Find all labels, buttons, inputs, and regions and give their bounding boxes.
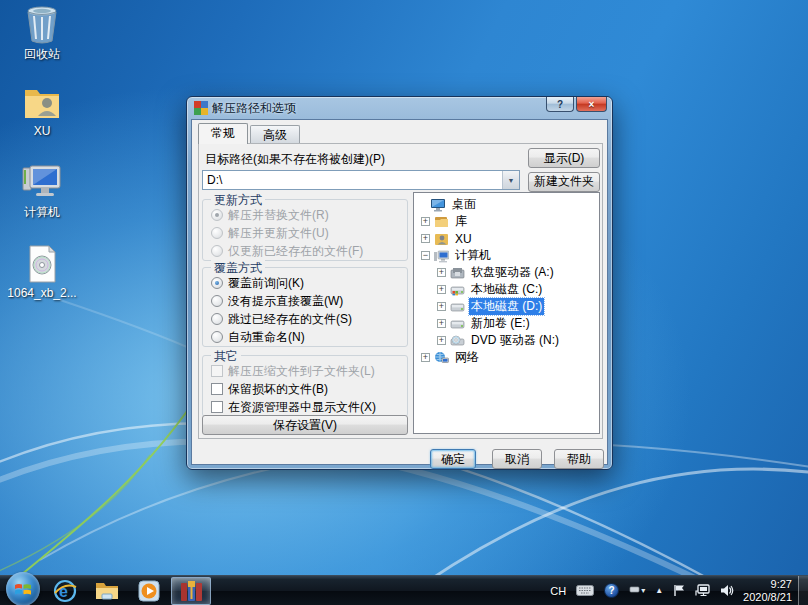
- desktop-icon-disc-file[interactable]: 1064_xb_2...: [6, 244, 78, 300]
- radio-icon: [211, 227, 223, 239]
- expand-icon[interactable]: +: [421, 234, 430, 243]
- action-center-flag-icon[interactable]: [673, 584, 685, 597]
- tab-general[interactable]: 常规: [198, 123, 248, 144]
- cancel-button[interactable]: 取消: [492, 449, 542, 469]
- taskbar-explorer-button[interactable]: [87, 577, 127, 605]
- window-close-button[interactable]: ×: [576, 97, 607, 112]
- desktop-icon-label: 回收站: [6, 46, 78, 63]
- start-button[interactable]: [6, 572, 40, 605]
- floppy-drive-icon: [450, 266, 465, 280]
- window-help-button[interactable]: ?: [546, 97, 574, 112]
- media-player-icon: [136, 579, 162, 603]
- update-mode-group: 更新方式 解压并替换文件(R) 解压并更新文件(U) 仅更新已经存在的文件(F): [202, 199, 408, 261]
- tree-item-volume-e[interactable]: + 新加卷 (E:): [414, 315, 599, 332]
- help-button[interactable]: 帮助: [554, 449, 604, 469]
- destination-folder-tree[interactable]: 桌面 + 库 + XU − 计算机: [413, 192, 600, 434]
- other-group: 其它 解压压缩文件到子文件夹(L) 保留损坏的文件(B) 在资源管理器中显示文件…: [202, 355, 408, 417]
- computer-icon: [21, 162, 63, 202]
- tray-app-icon[interactable]: ▾: [629, 586, 645, 595]
- general-tab-page: 目标路径(如果不存在将被创建)(P) 显示(D) D:\ ▼ 新建文件夹(E) …: [198, 143, 603, 439]
- combo-dropdown-arrow-icon[interactable]: ▼: [502, 171, 519, 189]
- desktop-icon-computer[interactable]: 计算机: [6, 162, 78, 221]
- desktop-icon-label: 1064_xb_2...: [6, 286, 78, 300]
- expand-icon[interactable]: −: [421, 251, 430, 260]
- desktop-icon: [431, 198, 446, 212]
- show-hidden-icons-button[interactable]: ▲: [655, 586, 663, 595]
- libraries-icon: [434, 215, 449, 229]
- tray-date: 2020/8/21: [743, 591, 792, 604]
- expand-icon[interactable]: +: [437, 336, 446, 345]
- overwrite-mode-group: 覆盖方式 覆盖前询问(K) 没有提示直接覆盖(W) 跳过已经存在的文件(S): [202, 267, 408, 347]
- language-indicator[interactable]: CH: [550, 585, 566, 597]
- tree-item-floppy-a[interactable]: + 软盘驱动器 (A:): [414, 264, 599, 281]
- taskbar-media-player-button[interactable]: [129, 577, 169, 605]
- dialog-titlebar[interactable]: 解压路径和选项 ? ×: [187, 97, 612, 119]
- radio-icon: [211, 277, 223, 289]
- radio-icon: [211, 331, 223, 343]
- tree-item-xu[interactable]: + XU: [414, 230, 599, 247]
- desktop-icon-label: XU: [6, 124, 78, 138]
- tree-item-desktop[interactable]: 桌面: [414, 196, 599, 213]
- expand-icon[interactable]: +: [437, 319, 446, 328]
- new-folder-button[interactable]: 新建文件夹(E): [528, 172, 600, 192]
- local-drive-icon: [450, 317, 465, 331]
- network-icon[interactable]: [695, 584, 710, 597]
- radio-fresh-only[interactable]: 仅更新已经存在的文件(F): [211, 243, 363, 259]
- radio-icon: [211, 245, 223, 257]
- radio-ask-before-overwrite[interactable]: 覆盖前询问(K): [211, 275, 304, 291]
- network-icon: [434, 351, 449, 365]
- keyboard-icon[interactable]: [576, 585, 594, 596]
- volume-icon[interactable]: [720, 584, 734, 597]
- computer-icon: [434, 249, 449, 263]
- chevron-down-icon: ▾: [641, 586, 645, 595]
- input-help-badge-icon[interactable]: ?: [604, 583, 619, 598]
- radio-extract-update[interactable]: 解压并更新文件(U): [211, 225, 329, 241]
- checkbox-keep-broken-files[interactable]: 保留损坏的文件(B): [211, 381, 328, 397]
- tree-item-disk-d[interactable]: + 本地磁盘 (D:): [414, 298, 599, 315]
- dialog-client-area: 常规 高级 目标路径(如果不存在将被创建)(P) 显示(D) D:\ ▼ 新建文…: [191, 119, 608, 465]
- desktop: 回收站 XU 计算机: [0, 0, 808, 605]
- tree-item-computer[interactable]: − 计算机: [414, 247, 599, 264]
- dvd-drive-icon: [450, 334, 465, 348]
- desktop-icon-recycle-bin[interactable]: 回收站: [6, 4, 78, 63]
- extraction-options-dialog: 解压路径和选项 ? × 常规 高级 目标路径(如果不存在将被创建)(P) 显示(…: [186, 96, 613, 470]
- desktop-icon-xu[interactable]: XU: [6, 82, 78, 138]
- expand-icon[interactable]: +: [437, 268, 446, 277]
- ok-button[interactable]: 确定: [430, 449, 476, 469]
- taskbar-winrar-button[interactable]: [171, 577, 211, 605]
- radio-icon: [211, 313, 223, 325]
- expand-icon[interactable]: +: [437, 302, 446, 311]
- svg-text:e: e: [59, 583, 68, 600]
- recycle-bin-icon: [21, 4, 63, 44]
- expand-icon[interactable]: +: [437, 285, 446, 294]
- target-path-combobox[interactable]: D:\ ▼: [202, 170, 520, 190]
- radio-icon: [211, 209, 223, 221]
- local-drive-icon: [450, 300, 465, 314]
- tree-item-libraries[interactable]: + 库: [414, 213, 599, 230]
- explorer-folder-icon: [94, 579, 120, 603]
- taskbar-ie-button[interactable]: e: [45, 577, 85, 605]
- tree-item-dvd-n[interactable]: + DVD 驱动器 (N:): [414, 332, 599, 349]
- radio-skip-existing[interactable]: 跳过已经存在的文件(S): [211, 311, 352, 327]
- checkbox-icon: [211, 365, 223, 377]
- checkbox-extract-to-subfolder[interactable]: 解压压缩文件到子文件夹(L): [211, 363, 375, 379]
- display-button[interactable]: 显示(D): [528, 148, 600, 168]
- target-path-value: D:\: [203, 173, 502, 187]
- radio-overwrite-without-prompt[interactable]: 没有提示直接覆盖(W): [211, 293, 343, 309]
- expand-icon[interactable]: +: [421, 353, 430, 362]
- tray-clock[interactable]: 9:27 2020/8/21: [743, 578, 792, 604]
- tab-advanced[interactable]: 高级: [250, 125, 300, 144]
- save-settings-button[interactable]: 保存设置(V): [202, 415, 408, 435]
- tree-item-network[interactable]: + 网络: [414, 349, 599, 366]
- show-desktop-button[interactable]: [798, 576, 808, 605]
- winrar-icon: [194, 101, 208, 115]
- internet-explorer-icon: e: [52, 578, 78, 604]
- system-tray: CH ? ▾ ▲ 9:27 2020/8/21: [545, 576, 808, 605]
- checkbox-show-in-explorer[interactable]: 在资源管理器中显示文件(X): [211, 399, 376, 415]
- radio-extract-replace[interactable]: 解压并替换文件(R): [211, 207, 329, 223]
- user-folder-icon: [434, 232, 449, 246]
- tree-item-disk-c[interactable]: + 本地磁盘 (C:): [414, 281, 599, 298]
- expand-icon[interactable]: +: [421, 217, 430, 226]
- radio-icon: [211, 295, 223, 307]
- radio-auto-rename[interactable]: 自动重命名(N): [211, 329, 305, 345]
